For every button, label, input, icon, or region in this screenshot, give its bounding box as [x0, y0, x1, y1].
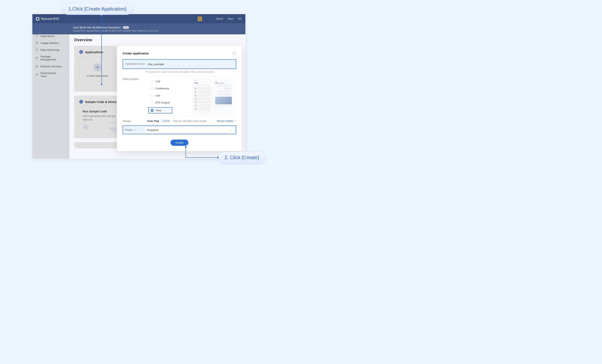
leader-dot-1b [101, 84, 102, 85]
brand-logo-icon [36, 17, 40, 21]
create-application-modal: Create application Application name chat… [117, 46, 242, 151]
product-option-chat[interactable]: Chat [148, 107, 172, 113]
nav-label: Applications [41, 35, 55, 38]
radio-icon [151, 109, 153, 112]
nav-label: Development Tools [41, 72, 63, 78]
create-button[interactable]: Create [171, 139, 188, 146]
svg-rect-9 [36, 65, 38, 67]
select-product-label: Select product [123, 76, 145, 80]
arrow-icon: → [123, 26, 129, 29]
radio-icon [151, 87, 153, 90]
sidebar-item-monitoring[interactable]: Data Monitoring ⌄ [32, 46, 69, 53]
chevron-down-icon: ⌄ [230, 128, 232, 131]
application-name-input[interactable]: chat_example [146, 61, 233, 67]
product-options: Call Conference Live RTC Engine Chat [148, 79, 172, 114]
top-links: % Demo Docs SD [198, 17, 242, 21]
leader-line-2h [185, 157, 218, 158]
sample-card-label: Sample Code & Demo [85, 100, 117, 104]
region-label: Region [125, 128, 133, 131]
promo-title: Just $9.9! Get 50,000mins Duration! [73, 26, 121, 29]
close-button[interactable] [232, 51, 236, 55]
chart-icon [35, 41, 38, 44]
close-icon [233, 52, 235, 54]
svg-rect-18 [109, 123, 118, 128]
nav-label: Data Monitoring [41, 48, 59, 51]
version-label: Version [123, 120, 145, 123]
nav-label: Usage Statistics [41, 42, 59, 44]
create-application-button[interactable] [94, 63, 102, 71]
tools-icon [35, 73, 38, 76]
nav-label: Package Management [41, 55, 66, 61]
page-title: Overview [74, 38, 240, 42]
product-option-rtc[interactable]: RTC Engine [148, 100, 172, 105]
version-details-link[interactable]: Version Details ⌃ [217, 119, 236, 123]
info-icon[interactable]: i [134, 128, 137, 131]
tutorial-callout-1: 1.Click [Create Application] [62, 3, 133, 15]
create-application-label: Create Application [87, 74, 108, 77]
promo-scroll-icon[interactable]: % [198, 17, 202, 21]
leader-dot-2a [185, 146, 186, 148]
toplink-sdk[interactable]: SD [238, 17, 242, 20]
leader-line-1 [101, 14, 102, 84]
compass-icon [35, 34, 38, 38]
package-icon [35, 56, 38, 60]
version-name: Free Trial [147, 119, 159, 123]
nav-label: Relevant Services [41, 65, 62, 68]
toplink-demo[interactable]: Demo [216, 17, 223, 20]
cube-icon [79, 100, 83, 104]
radio-icon [151, 94, 153, 97]
services-icon [35, 65, 38, 68]
product-option-call[interactable]: Call [148, 79, 172, 84]
apps-card-label: Applications [85, 50, 103, 54]
product-option-live[interactable]: Live [148, 93, 172, 98]
radio-icon [151, 101, 153, 104]
sidebar: Overview Applications Usage Statistics D… [32, 23, 69, 159]
select-product-row: Select product Call Conference Live RTC … [123, 76, 236, 116]
promo-subtitle: Tencent RTC Special Deal: Just $9.9 & 80… [73, 30, 242, 32]
sidebar-item-package[interactable]: Package Management [32, 53, 69, 63]
run-arrow-button[interactable]: → [83, 124, 89, 130]
application-name-row: Application name chat_example [123, 59, 236, 69]
radio-icon [151, 80, 153, 83]
promo-banner[interactable]: Just $9.9! Get 50,000mins Duration! → Te… [32, 23, 245, 34]
region-selected-value: Singapore [147, 128, 159, 131]
version-duration-pill: 1 Month [161, 119, 171, 123]
region-select[interactable]: Singapore ⌄ [144, 127, 235, 133]
sidebar-item-usage[interactable]: Usage Statistics [32, 39, 69, 46]
brand-text: Tencent RTC [41, 17, 59, 21]
toplink-docs[interactable]: Docs [227, 17, 234, 20]
product-preview: 9:41 Chat ⌂✉☰⚙ [193, 79, 233, 114]
chevron-down-icon: ⌄ [65, 74, 66, 76]
product-option-conference[interactable]: Conference [148, 86, 172, 91]
run-title: Run Sample Code [83, 110, 120, 113]
leader-line-2v [185, 147, 186, 158]
topbar: Tencent RTC % Demo Docs SD [32, 14, 245, 23]
create-application-box: Create Application [79, 57, 116, 82]
chevron-up-icon: ⌃ [234, 119, 236, 123]
plus-icon [96, 66, 99, 69]
preview-phone-1: 9:41 Chat ⌂✉☰⚙ [193, 79, 212, 114]
region-row: Region i Singapore ⌄ [123, 125, 236, 134]
app-viewport: Tencent RTC % Demo Docs SD Overview Appl… [32, 14, 245, 159]
chevron-down-icon: ⌄ [65, 49, 66, 51]
brand[interactable]: Tencent RTC [36, 17, 59, 21]
version-row: Version Free Trial 1 Month Free for 100 … [123, 119, 236, 123]
sidebar-item-devtools[interactable]: Development Tools ⌄ [32, 70, 69, 79]
preview-phone-2: 9:41 Daniel Atkins [214, 79, 233, 114]
tutorial-callout-2: 2. Click [Create] [218, 152, 265, 163]
gauge-icon [35, 48, 38, 51]
apps-card-icon [79, 50, 83, 54]
app-name-label: Application name [123, 61, 146, 65]
svg-point-4 [36, 35, 38, 37]
app-name-hint: The application name can contain only di… [145, 71, 236, 73]
sidebar-item-services[interactable]: Relevant Services [32, 63, 69, 70]
svg-rect-7 [36, 57, 38, 59]
modal-title: Create application [123, 52, 149, 55]
version-desc: Free for 100 MAU every month [173, 120, 206, 123]
